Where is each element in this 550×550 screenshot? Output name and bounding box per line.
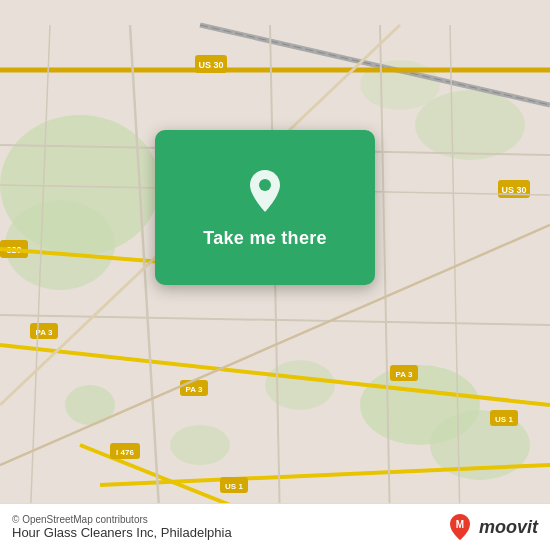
take-me-there-card[interactable]: Take me there: [155, 130, 375, 285]
map-container: US 30 US 30 320 PA 3 PA 3 PA 3 I 476 US …: [0, 0, 550, 550]
moovit-brand-icon: M: [445, 512, 475, 542]
svg-text:US 1: US 1: [495, 415, 513, 424]
svg-text:M: M: [456, 519, 464, 530]
svg-text:US 30: US 30: [198, 60, 223, 70]
bottom-bar: © OpenStreetMap contributors Hour Glass …: [0, 503, 550, 550]
moovit-logo: M moovit: [445, 512, 538, 542]
location-title: Hour Glass Cleaners Inc, Philadelphia: [12, 525, 232, 540]
svg-point-9: [170, 425, 230, 465]
svg-text:I 476: I 476: [116, 448, 134, 457]
moovit-text: moovit: [479, 517, 538, 538]
location-pin-icon: [240, 166, 290, 216]
svg-text:US 1: US 1: [225, 482, 243, 491]
osm-credit: © OpenStreetMap contributors: [12, 514, 232, 525]
svg-text:PA 3: PA 3: [186, 385, 203, 394]
take-me-there-label: Take me there: [203, 228, 327, 249]
svg-point-45: [259, 179, 271, 191]
bottom-left: © OpenStreetMap contributors Hour Glass …: [12, 514, 232, 540]
svg-point-5: [265, 360, 335, 410]
svg-text:PA 3: PA 3: [396, 370, 413, 379]
svg-point-7: [415, 90, 525, 160]
